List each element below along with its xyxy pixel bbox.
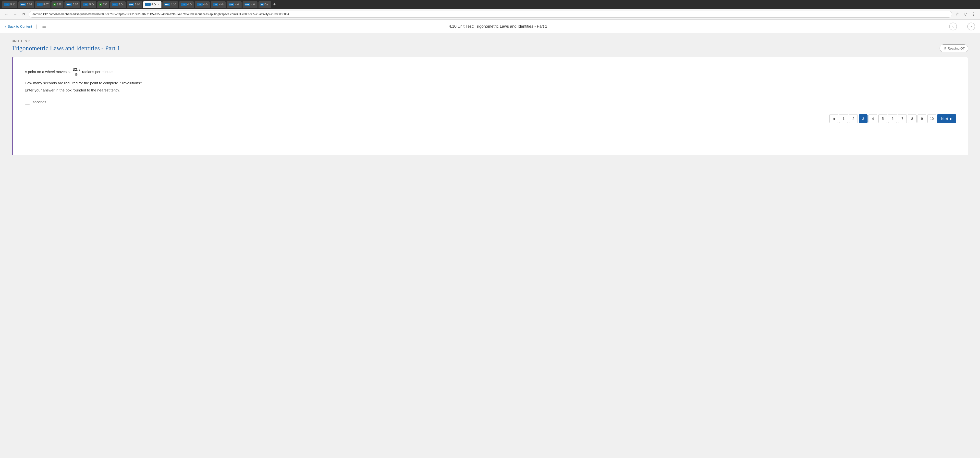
question-instruction: Enter your answer in the box rounded to … [25, 88, 956, 92]
tab-10-label: 5.0r [151, 3, 156, 6]
tab-8-badge: D2L [112, 3, 118, 6]
header-nav-buttons: ‹ ⋮ › [949, 22, 975, 30]
tab-bar: D2L 5.11 D2L 5.09 D2L 5.07 = 838 D2L 5.0… [0, 0, 980, 9]
tab-3[interactable]: D2L 5.07 [35, 1, 51, 8]
next-arrow-icon: ▶ [950, 117, 952, 121]
tab-4-label: 838 [57, 3, 62, 6]
tab-11[interactable]: D2L 4.10 [162, 1, 178, 8]
tab-9-label: 5.04 [135, 3, 140, 6]
pagination-page-7[interactable]: 7 [898, 114, 907, 123]
more-options-button[interactable]: ⋮ [959, 23, 965, 30]
tab-15-badge: D2L [229, 3, 234, 6]
pagination-page-8[interactable]: 8 [908, 114, 916, 123]
question-area: A point on a wheel moves at 32π 9 radian… [12, 57, 968, 155]
tab-14-badge: D2L [213, 3, 218, 6]
app-wrapper: ‹ Back to Content | ☰ 4.10 Unit Test: Tr… [0, 20, 980, 458]
pagination-page-6[interactable]: 6 [888, 114, 897, 123]
question-intro-text: A point on a wheel moves at [25, 70, 71, 74]
fraction: 32π 9 [73, 67, 80, 77]
main-content: UNIT TEST: Trigonometric Laws and Identi… [0, 34, 980, 458]
fraction-denominator: 9 [75, 72, 78, 77]
answer-input-checkbox[interactable] [25, 99, 30, 104]
tab-15[interactable]: D2L 4.0r [227, 1, 242, 8]
browser-chrome: D2L 5.11 D2L 5.09 D2L 5.07 = 838 D2L 5.0… [0, 0, 980, 20]
prev-page-button[interactable]: ‹ [949, 22, 957, 30]
tab-8[interactable]: D2L 5.0s [110, 1, 126, 8]
question-sub: How many seconds are required for the po… [25, 81, 956, 85]
pagination-page-10[interactable]: 10 [928, 114, 936, 123]
forward-button[interactable]: → [12, 11, 19, 18]
unit-label: UNIT TEST: [12, 39, 968, 43]
tab-16[interactable]: D2L 4.0r [243, 1, 258, 8]
tab-5[interactable]: D2L 5.07 [64, 1, 80, 8]
header-title: 4.10 Unit Test: Trigonometric Laws and I… [50, 24, 946, 29]
nav-bar: ← → ↻ ☆ ▽ ⋮ [0, 9, 980, 20]
back-arrow-icon: ‹ [5, 24, 6, 29]
unit-title-text: Trigonometric Laws and Identities - Part… [12, 45, 120, 52]
pagination-page-1[interactable]: 1 [839, 114, 848, 123]
unit-title: Trigonometric Laws and Identities - Part… [12, 45, 968, 52]
url-bar[interactable] [29, 11, 952, 18]
tab-17-label: Dan [264, 3, 269, 6]
tab-10-close[interactable]: × [158, 3, 159, 6]
pagination-page-4[interactable]: 4 [869, 114, 877, 123]
tab-11-badge: D2L [164, 3, 170, 6]
tab-14-label: 4.0r [219, 3, 224, 6]
tab-17-badge: D [261, 3, 264, 6]
tab-17[interactable]: D Dan [258, 1, 271, 8]
tab-7-badge: = [99, 3, 102, 6]
tab-7[interactable]: = 838 [97, 1, 109, 8]
answer-unit-label: seconds [33, 100, 46, 104]
new-tab-button[interactable]: + [273, 2, 276, 7]
tab-6-badge: D2L [83, 3, 88, 6]
tab-14[interactable]: D2L 4.0r [211, 1, 226, 8]
reading-off-button[interactable]: ♬ Reading Off [940, 45, 968, 52]
reading-icon: ♬ [943, 46, 946, 51]
tab-3-label: 5.07 [43, 3, 49, 6]
refresh-button[interactable]: ↻ [21, 11, 27, 18]
question-intro: A point on a wheel moves at 32π 9 radian… [25, 67, 956, 77]
tab-1[interactable]: D2L 5.11 [2, 1, 18, 8]
tab-12-badge: D2L [181, 3, 187, 6]
tab-13-badge: D2L [197, 3, 202, 6]
tab-5-badge: D2L [67, 3, 72, 6]
tab-9-badge: D2L [129, 3, 134, 6]
tab-4[interactable]: = 838 [51, 1, 64, 8]
question-card: A point on a wheel moves at 32π 9 radian… [13, 57, 968, 155]
more-options-nav-button[interactable]: ⋮ [970, 11, 977, 18]
next-label: Next [941, 117, 948, 121]
tab-5-label: 5.07 [73, 3, 78, 6]
back-button[interactable]: ← [3, 11, 10, 18]
tab-10-badge: D2L [145, 3, 151, 6]
back-to-content-link[interactable]: ‹ Back to Content [5, 24, 32, 29]
tab-6-label: 5.0s [89, 3, 94, 6]
pagination-page-3[interactable]: 3 [859, 114, 867, 123]
app-header: ‹ Back to Content | ☰ 4.10 Unit Test: Tr… [0, 20, 980, 34]
tab-16-label: 4.0r [251, 3, 256, 6]
tab-2[interactable]: D2L 5.09 [18, 1, 34, 8]
next-page-button[interactable]: › [967, 22, 975, 30]
tab-3-badge: D2L [37, 3, 43, 6]
tab-12-label: 4.0r [188, 3, 192, 6]
tab-9[interactable]: D2L 5.04 [127, 1, 142, 8]
pagination-page-9[interactable]: 9 [918, 114, 926, 123]
back-to-content-label: Back to Content [8, 24, 32, 29]
extension-button[interactable]: ▽ [963, 11, 968, 18]
reading-off-label: Reading Off [948, 46, 964, 50]
tab-12[interactable]: D2L 4.0r [179, 1, 194, 8]
bookmark-button[interactable]: ☆ [954, 11, 960, 18]
pagination-page-2[interactable]: 2 [849, 114, 858, 123]
tab-1-label: 5.11 [10, 3, 16, 6]
pagination-prev-button[interactable]: ◀ [829, 114, 838, 123]
hamburger-button[interactable]: ☰ [41, 23, 47, 30]
answer-row: seconds [25, 99, 956, 104]
pagination-next-button[interactable]: Next ▶ [937, 114, 956, 123]
tab-10-active[interactable]: D2L 5.0r × [143, 1, 161, 8]
tab-2-badge: D2L [20, 3, 26, 6]
tab-13[interactable]: D2L 4.0r [195, 1, 210, 8]
tab-15-label: 4.0r [235, 3, 240, 6]
pagination-page-5[interactable]: 5 [878, 114, 887, 123]
tab-8-label: 5.0s [119, 3, 124, 6]
header-divider: | [36, 24, 37, 29]
tab-6[interactable]: D2L 5.0s [81, 1, 96, 8]
